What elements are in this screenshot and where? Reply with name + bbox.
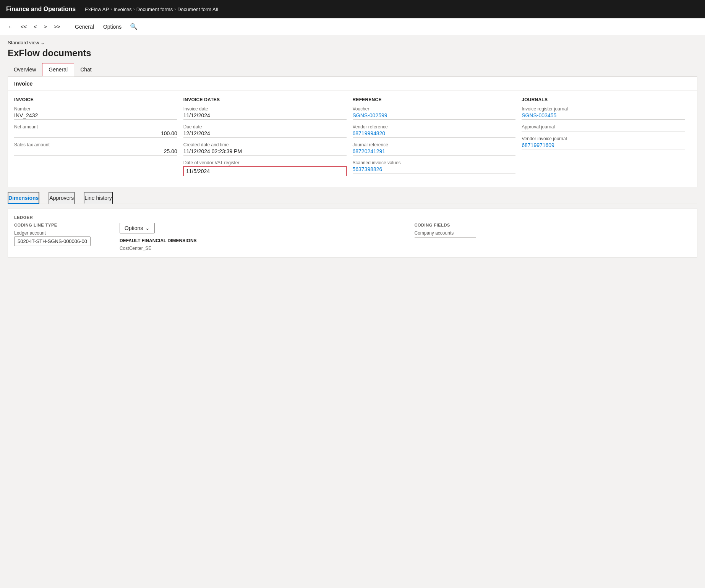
- general-menu-button[interactable]: General: [71, 22, 98, 31]
- breadcrumb-sep-3: ›: [174, 6, 176, 12]
- net-amount-value: 100.00: [14, 130, 177, 138]
- voucher-label: Voucher: [353, 106, 516, 112]
- back-button[interactable]: ←: [5, 22, 16, 31]
- lower-section: LEDGER CODING LINE TYPE Ledger account O…: [8, 209, 697, 258]
- sales-tax-value: 25.00: [14, 148, 177, 156]
- scanned-invoice-label: Scanned invoice values: [353, 160, 516, 165]
- view-selector-label: Standard view: [8, 40, 39, 45]
- vendor-reference-value[interactable]: 68719994820: [353, 130, 516, 138]
- options-button-label: Options: [125, 225, 143, 231]
- vat-date-group[interactable]: Date of vendor VAT register 11/5/2024: [183, 160, 347, 176]
- subtabs: Dimensions Approvers Line history: [8, 192, 697, 204]
- approval-journal-group: Approval journal: [522, 124, 685, 131]
- invoice-col-header: INVOICE: [14, 97, 177, 102]
- top-bar: Finance and Operations ExFlow AP › Invoi…: [0, 0, 705, 18]
- tab-general[interactable]: General: [42, 63, 74, 76]
- invoice-date-label: Invoice date: [183, 106, 347, 112]
- subtab-approvers[interactable]: Approvers: [49, 192, 75, 204]
- coding-line-type-col: CODING LINE TYPE Ledger account: [14, 223, 113, 246]
- vendor-invoice-journal-label: Vendor invoice journal: [522, 136, 685, 141]
- invoice-card: Invoice INVOICE Number INV_2432 Net amou…: [8, 76, 697, 187]
- search-icon: 🔍: [130, 23, 138, 30]
- invoice-number-group: Number INV_2432: [14, 106, 177, 120]
- coding-fields-label: CODING FIELDS: [415, 223, 691, 227]
- voucher-value[interactable]: SGNS-002599: [353, 112, 516, 120]
- tab-chat[interactable]: Chat: [74, 63, 98, 76]
- journal-reference-group: Journal reference 68720241291: [353, 142, 516, 156]
- ledger-account-label: Ledger account: [14, 230, 113, 236]
- journals-col-header: JOURNALS: [522, 97, 685, 102]
- breadcrumb-item-2[interactable]: Invoices: [113, 6, 132, 12]
- invoice-col-1: INVOICE Number INV_2432 Net amount 100.0…: [14, 97, 183, 181]
- sales-tax-label: Sales tax amount: [14, 142, 177, 147]
- due-date-value: 12/12/2024: [183, 130, 347, 138]
- created-date-value: 11/12/2024 02:23:39 PM: [183, 148, 347, 156]
- invoice-card-body: INVOICE Number INV_2432 Net amount 100.0…: [8, 91, 697, 187]
- invoice-card-header: Invoice: [8, 77, 697, 91]
- options-menu-button[interactable]: Options: [99, 22, 125, 31]
- created-date-label: Created date and time: [183, 142, 347, 147]
- main-content: Standard view ⌄ ExFlow documents Overvie…: [0, 35, 705, 262]
- last-button[interactable]: >>: [51, 22, 63, 31]
- toolbar-divider: [67, 23, 67, 31]
- tab-overview[interactable]: Overview: [8, 63, 42, 76]
- prev-button[interactable]: <: [31, 22, 40, 31]
- ledger-account-input[interactable]: [14, 236, 91, 246]
- due-date-group: Due date 12/12/2024: [183, 124, 347, 138]
- invoice-col-2: INVOICE DATES Invoice date 11/12/2024 Du…: [183, 97, 353, 181]
- invoice-date-value: 11/12/2024: [183, 112, 347, 120]
- main-tabs: Overview General Chat: [8, 63, 697, 76]
- coding-line-type-label: CODING LINE TYPE: [14, 223, 113, 227]
- due-date-label: Due date: [183, 124, 347, 130]
- vendor-reference-label: Vendor reference: [353, 124, 516, 130]
- scanned-invoice-group: Scanned invoice values 5637398826: [353, 160, 516, 173]
- coding-fields-col: CODING FIELDS Company accounts: [408, 223, 691, 238]
- breadcrumb-sep-2: ›: [133, 6, 135, 12]
- ledger-label: LEDGER: [14, 215, 691, 220]
- cost-center-label: CostCenter_SE: [120, 246, 402, 251]
- chevron-down-icon: ⌄: [41, 40, 45, 45]
- toolbar: ← << < > >> General Options 🔍: [0, 18, 705, 35]
- approval-journal-label: Approval journal: [522, 124, 685, 130]
- invoice-col-3: REFERENCE Voucher SGNS-002599 Vendor ref…: [353, 97, 522, 181]
- app-title: Finance and Operations: [6, 6, 76, 13]
- breadcrumb-item-3[interactable]: Document forms: [136, 6, 173, 12]
- vendor-invoice-journal-value[interactable]: 68719971609: [522, 142, 685, 149]
- created-date-group: Created date and time 11/12/2024 02:23:3…: [183, 142, 347, 156]
- scanned-invoice-value[interactable]: 5637398826: [353, 166, 516, 173]
- invoice-number-value: INV_2432: [14, 112, 177, 120]
- invoice-register-group: Invoice register journal SGNS-003455: [522, 106, 685, 120]
- vendor-reference-group: Vendor reference 68719994820: [353, 124, 516, 138]
- view-selector[interactable]: Standard view ⌄: [8, 40, 697, 45]
- approval-journal-value: [522, 130, 685, 131]
- journal-reference-label: Journal reference: [353, 142, 516, 147]
- journal-reference-value[interactable]: 68720241291: [353, 148, 516, 156]
- invoice-number-label: Number: [14, 106, 177, 112]
- invoice-register-label: Invoice register journal: [522, 106, 685, 112]
- chevron-down-icon-2: ⌄: [145, 225, 150, 231]
- coding-options-button[interactable]: Options ⌄: [120, 223, 155, 233]
- invoice-col-4: JOURNALS Invoice register journal SGNS-0…: [522, 97, 691, 181]
- vat-date-value[interactable]: 11/5/2024: [183, 166, 347, 176]
- subtab-line-history[interactable]: Line history: [84, 192, 113, 204]
- breadcrumb-item-1[interactable]: ExFlow AP: [85, 6, 109, 12]
- invoice-grid: INVOICE Number INV_2432 Net amount 100.0…: [14, 97, 691, 181]
- options-fin-col: Options ⌄ DEFAULT FINANCIAL DIMENSIONS C…: [120, 223, 402, 251]
- search-button[interactable]: 🔍: [127, 21, 141, 32]
- vat-date-label: Date of vendor VAT register: [183, 160, 347, 165]
- next-button[interactable]: >: [41, 22, 50, 31]
- default-fin-dimensions-label: DEFAULT FINANCIAL DIMENSIONS: [120, 238, 402, 243]
- sales-tax-group: Sales tax amount 25.00: [14, 142, 177, 156]
- breadcrumb-sep-1: ›: [110, 6, 112, 12]
- invoice-date-group: Invoice date 11/12/2024: [183, 106, 347, 120]
- subtab-dimensions[interactable]: Dimensions: [8, 192, 39, 204]
- vendor-invoice-journal-group: Vendor invoice journal 68719971609: [522, 136, 685, 149]
- invoice-register-value[interactable]: SGNS-003455: [522, 112, 685, 120]
- page-title: ExFlow documents: [8, 48, 697, 58]
- first-button[interactable]: <<: [18, 22, 30, 31]
- reference-col-header: REFERENCE: [353, 97, 516, 102]
- company-accounts-label: Company accounts: [415, 230, 691, 236]
- coding-grid: CODING LINE TYPE Ledger account Options …: [14, 223, 691, 251]
- breadcrumb: ExFlow AP › Invoices › Document forms › …: [85, 6, 218, 12]
- breadcrumb-item-4[interactable]: Document form All: [177, 6, 218, 12]
